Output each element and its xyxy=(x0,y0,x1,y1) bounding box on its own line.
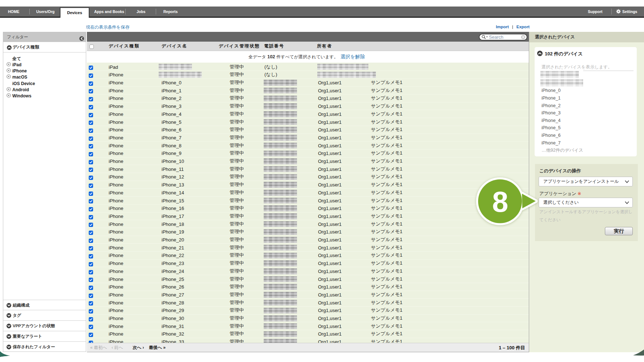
svg-text:8: 8 xyxy=(492,186,509,218)
